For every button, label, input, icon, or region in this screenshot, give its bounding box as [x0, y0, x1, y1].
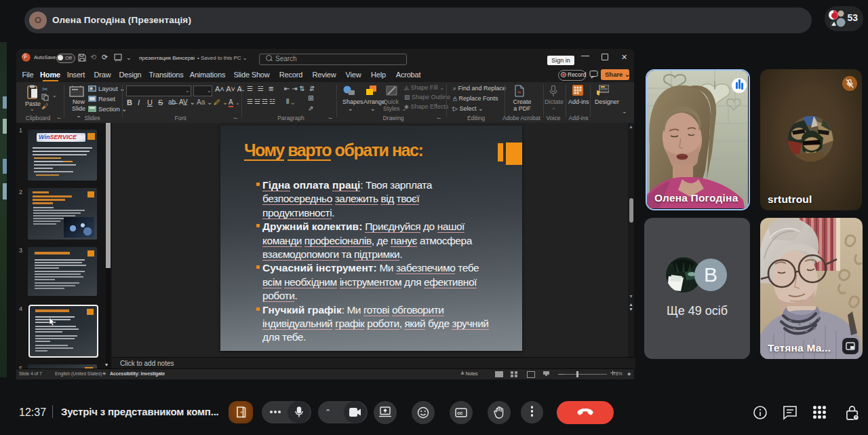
svg-text:P: P [24, 55, 26, 60]
svg-text:cc: cc [457, 410, 462, 416]
